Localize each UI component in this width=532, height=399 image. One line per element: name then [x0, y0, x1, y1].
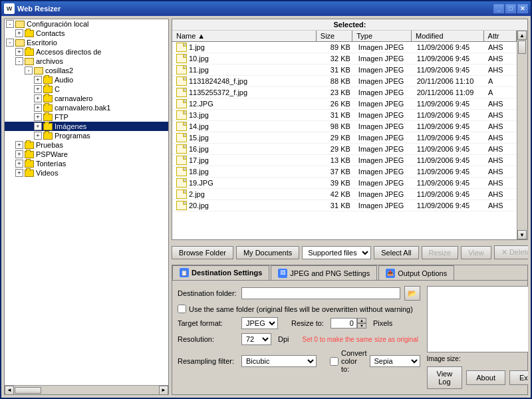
- tree-expand-icon[interactable]: +: [15, 160, 23, 168]
- scrollbar-thumb[interactable]: [15, 387, 41, 394]
- file-type-select[interactable]: Supported files: [302, 246, 371, 259]
- tree-item-carnavalero_bak[interactable]: +carnavalero.bak1: [5, 103, 168, 112]
- tree-expand-icon[interactable]: +: [34, 94, 42, 102]
- select-all-button[interactable]: Select All: [374, 246, 418, 259]
- tree-item-tonterias[interactable]: +Tonterías: [5, 159, 168, 168]
- resize-to-input[interactable]: [331, 318, 357, 329]
- tab-destination[interactable]: 📋Destination Settings: [172, 265, 269, 280]
- tree-expand-icon[interactable]: +: [34, 122, 42, 130]
- table-row[interactable]: 11.jpg31 KBImagen JPEG11/09/2006 9:45AHS: [172, 65, 517, 76]
- file-tree[interactable]: -Configuración local+Contacts-Escritorio…: [5, 19, 168, 385]
- file-size: 42 KB: [319, 190, 354, 199]
- tree-expand-icon[interactable]: +: [15, 29, 23, 37]
- tree-item-imagenes[interactable]: +Imágenes: [5, 122, 168, 131]
- tree-expand-icon[interactable]: -: [15, 57, 23, 65]
- file-list-scroll[interactable]: 1.jpg89 KBImagen JPEG11/09/2006 9:45AHS1…: [172, 42, 517, 239]
- table-row[interactable]: 19.JPG39 KBImagen JPEG11/09/2006 9:45AHS: [172, 178, 517, 189]
- table-row[interactable]: 18.jpg37 KBImagen JPEG11/09/2006 9:45AHS: [172, 166, 517, 178]
- tree-expand-icon[interactable]: +: [34, 104, 42, 112]
- tree-item-videos[interactable]: +Videos: [5, 168, 168, 178]
- tree-item-c[interactable]: +C: [5, 84, 168, 94]
- table-row[interactable]: 2.jpg42 KBImagen JPEG11/09/2006 9:45AHS: [172, 189, 517, 200]
- tree-expand-icon[interactable]: +: [34, 76, 42, 84]
- tree-item-carnavalero[interactable]: +carnavalero: [5, 94, 168, 103]
- about-button[interactable]: About: [466, 370, 505, 385]
- table-row[interactable]: 20.jpg31 KBImagen JPEG11/09/2006 9:45AHS: [172, 200, 517, 211]
- browse-destination-button[interactable]: 📂: [404, 286, 420, 301]
- convert-color-select[interactable]: SepiaGrayscaleNone: [370, 355, 420, 367]
- column-header-name[interactable]: Name ▲: [172, 31, 317, 41]
- tree-expand-icon[interactable]: +: [34, 113, 42, 121]
- tree-item-accesos[interactable]: +Accesos directos de: [5, 47, 168, 57]
- file-name: 14.jpg: [189, 122, 209, 130]
- browse-folder-button[interactable]: Browse Folder: [172, 246, 233, 259]
- tree-item-cosillas2[interactable]: -cosillas2: [5, 66, 168, 75]
- spin-down-button[interactable]: ▼: [357, 323, 366, 329]
- tree-item-archivos[interactable]: -archivos: [5, 57, 168, 66]
- column-header-modified[interactable]: Modified: [412, 31, 484, 41]
- file-type: Imagen JPEG: [354, 190, 413, 199]
- settings-content: Destination folder: 📂 Use the same folde…: [172, 280, 527, 394]
- view-log-button[interactable]: View Log: [427, 366, 463, 389]
- tree-expand-icon[interactable]: -: [6, 20, 14, 28]
- table-row[interactable]: 13.jpg31 KBImagen JPEG11/09/2006 9:45AHS: [172, 110, 517, 121]
- spin-up-button[interactable]: ▲: [357, 318, 366, 323]
- table-row[interactable]: 10.jpg32 KBImagen JPEG11/09/2006 9:45AHS: [172, 53, 517, 65]
- close-button[interactable]: ✕: [517, 4, 528, 13]
- tree-expand-icon[interactable]: +: [34, 132, 42, 140]
- table-row[interactable]: 14.jpg98 KBImagen JPEG11/09/2006 9:45AHS: [172, 121, 517, 132]
- tree-horizontal-scrollbar[interactable]: ◄ ►: [5, 385, 168, 394]
- file-list-scrollbar[interactable]: ▲ ▼: [517, 31, 527, 239]
- table-row[interactable]: 16.jpg29 KBImagen JPEG11/09/2006 9:45AHS: [172, 144, 517, 155]
- tab-jpeg_png[interactable]: 🖼JPEG and PNG Settings: [271, 265, 377, 280]
- scrollbar-thumb[interactable]: [518, 41, 526, 54]
- tab-output[interactable]: 📤Output Options: [378, 265, 454, 280]
- view-button[interactable]: View: [461, 246, 491, 259]
- tree-expand-icon[interactable]: -: [6, 39, 14, 47]
- tree-item-programas[interactable]: +Programas: [5, 131, 168, 140]
- tab-icon-destination: 📋: [180, 268, 189, 277]
- delete-button[interactable]: ✕ Delete: [494, 245, 528, 259]
- tree-item-contacts[interactable]: +Contacts: [5, 29, 168, 38]
- target-format-select[interactable]: JPEGPNGBMPGIF: [241, 317, 278, 329]
- convert-color-checkbox[interactable]: [330, 357, 338, 366]
- tree-item-ftp[interactable]: +FTP: [5, 112, 168, 122]
- scrollbar-left-btn[interactable]: ◄: [5, 386, 14, 395]
- tree-expand-icon[interactable]: +: [15, 169, 23, 177]
- my-documents-button[interactable]: My Documents: [236, 246, 299, 259]
- column-header-type[interactable]: Type: [352, 31, 412, 41]
- tree-item-pruebas[interactable]: +Pruebas: [5, 140, 168, 150]
- column-header-size[interactable]: Size: [317, 31, 352, 41]
- table-row[interactable]: 1135255372_f.jpg23 KBImagen JPEG20/11/20…: [172, 87, 517, 98]
- file-icon: [176, 43, 187, 52]
- table-row[interactable]: 15.jpg29 KBImagen JPEG11/09/2006 9:45AHS: [172, 132, 517, 144]
- scrollbar-right-btn[interactable]: ►: [159, 386, 168, 395]
- tree-expand-icon[interactable]: +: [15, 48, 23, 56]
- tree-item-pspware[interactable]: +PSPWare: [5, 150, 168, 159]
- scrollbar-up-btn[interactable]: ▲: [517, 31, 527, 40]
- tree-expand-icon[interactable]: +: [15, 141, 23, 149]
- maximize-button[interactable]: □: [505, 4, 516, 13]
- file-modified: 11/09/2006 9:45: [413, 144, 484, 154]
- tree-expand-icon[interactable]: -: [25, 66, 33, 74]
- tree-item-label: Imágenes: [55, 122, 86, 130]
- tree-item-configuracion[interactable]: -Configuración local: [5, 19, 168, 29]
- tree-item-audio[interactable]: +Audio: [5, 75, 168, 84]
- exit-button[interactable]: Exit: [509, 370, 528, 385]
- tree-item-escritorio[interactable]: -Escritorio: [5, 38, 168, 47]
- table-row[interactable]: 1131824248_f.jpg88 KBImagen JPEG20/11/20…: [172, 76, 517, 87]
- right-panel: Selected: Name ▲SizeTypeModifiedAttr 1.j…: [172, 19, 528, 395]
- scrollbar-down-btn[interactable]: ▼: [517, 230, 527, 239]
- destination-folder-input[interactable]: [241, 287, 400, 299]
- resampling-select[interactable]: BicubicBilinearNearest NeighborLanczos: [241, 355, 317, 367]
- tree-expand-icon[interactable]: +: [15, 150, 23, 158]
- table-row[interactable]: 12.JPG26 KBImagen JPEG11/09/2006 9:45AHS: [172, 98, 517, 110]
- resolution-select[interactable]: 7296150300: [241, 333, 271, 345]
- column-header-attr[interactable]: Attr: [484, 31, 517, 41]
- resize-button[interactable]: Resize: [422, 246, 459, 259]
- minimize-button[interactable]: _: [493, 4, 504, 13]
- table-row[interactable]: 1.jpg89 KBImagen JPEG11/09/2006 9:45AHS: [172, 42, 517, 53]
- tree-expand-icon[interactable]: +: [34, 85, 42, 93]
- table-row[interactable]: 17.jpg13 KBImagen JPEG11/09/2006 9:45AHS: [172, 155, 517, 166]
- same-folder-checkbox[interactable]: [178, 305, 186, 313]
